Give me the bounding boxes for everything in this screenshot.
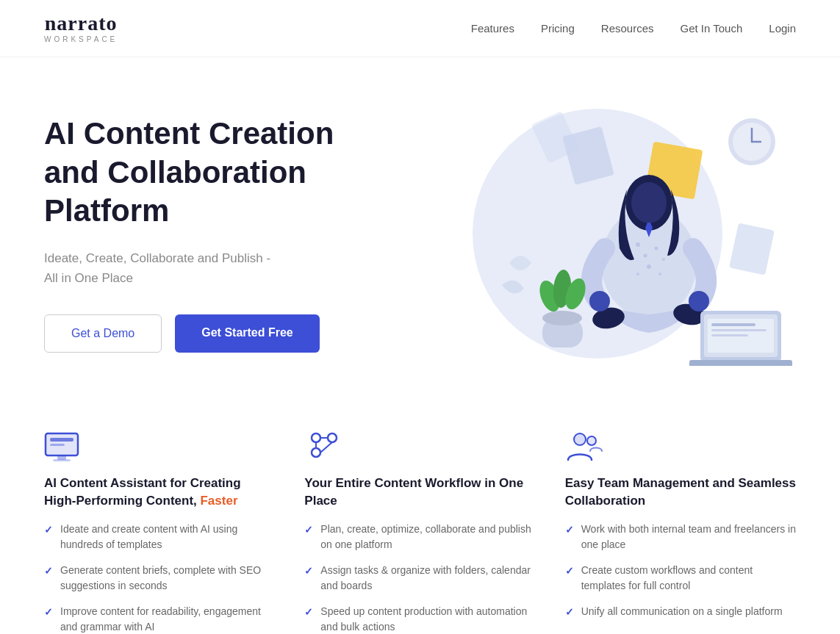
- workflow-icon: [304, 432, 344, 463]
- feature-ai-content: AI Content Assistant for Creating High-P…: [44, 432, 275, 634]
- nav-resources[interactable]: Resources: [601, 22, 654, 35]
- navigation: narrato WORKSPACE Features Pricing Resou…: [0, 0, 840, 57]
- feature-team-item-3: ✓ Unify all communication on a single pl…: [565, 604, 796, 620]
- hero-illustration: [428, 101, 796, 366]
- check-icon-6: ✓: [304, 605, 313, 620]
- nav-pricing[interactable]: Pricing: [541, 22, 575, 35]
- feature-team-list: ✓ Work with both internal team and freel…: [565, 522, 796, 620]
- check-icon-2: ✓: [44, 563, 53, 579]
- feature-ai-title: AI Content Assistant for Creating High-P…: [44, 475, 275, 510]
- check-icon-1: ✓: [44, 522, 53, 538]
- svg-rect-32: [711, 329, 767, 331]
- svg-line-47: [320, 442, 332, 453]
- svg-rect-38: [50, 438, 73, 442]
- check-icon-5: ✓: [304, 563, 313, 579]
- svg-point-10: [655, 247, 658, 251]
- hero-content: AI Content Creation and Collaboration Pl…: [44, 115, 397, 353]
- feature-workflow-item-1: ✓ Plan, create, optimize, collaborate an…: [304, 522, 535, 552]
- svg-point-24: [542, 311, 582, 325]
- feature-team-item-2: ✓ Create custom workflows and content te…: [565, 563, 796, 594]
- feature-ai-item-3: ✓ Improve content for readability, engag…: [44, 604, 275, 634]
- svg-point-13: [647, 264, 651, 269]
- svg-point-42: [328, 433, 337, 442]
- svg-point-15: [658, 273, 661, 275]
- hero-subtitle: Ideate, Create, Collaborate and Publish …: [44, 248, 397, 288]
- feature-workflow-item-3: ✓ Speed up content production with autom…: [304, 604, 535, 634]
- illustration-figure: [428, 101, 796, 366]
- svg-point-8: [636, 242, 640, 247]
- get-demo-button[interactable]: Get a Demo: [44, 314, 162, 353]
- hero-section: AI Content Creation and Collaboration Pl…: [0, 57, 840, 395]
- features-section: AI Content Assistant for Creating High-P…: [0, 395, 840, 634]
- svg-rect-31: [711, 323, 755, 326]
- check-icon-9: ✓: [565, 605, 574, 620]
- svg-point-14: [636, 273, 639, 275]
- svg-rect-34: [689, 360, 792, 366]
- feature-ai-item-2: ✓ Generate content briefs, complete with…: [44, 563, 275, 594]
- feature-ai-item-1: ✓ Ideate and create content with AI usin…: [44, 522, 275, 552]
- check-icon-7: ✓: [565, 522, 574, 538]
- svg-point-9: [644, 254, 647, 258]
- logo-sub: WORKSPACE: [44, 35, 118, 43]
- svg-point-43: [312, 433, 320, 442]
- svg-point-18: [631, 182, 667, 223]
- feature-team-title: Easy Team Management and Seamless Collab…: [565, 475, 796, 510]
- get-started-button[interactable]: Get Started Free: [175, 314, 319, 353]
- feature-team: Easy Team Management and Seamless Collab…: [565, 432, 796, 634]
- nav-get-in-touch[interactable]: Get In Touch: [681, 22, 743, 35]
- feature-ai-list: ✓ Ideate and create content with AI usin…: [44, 522, 275, 634]
- logo[interactable]: narrato WORKSPACE: [44, 13, 118, 43]
- hero-title: AI Content Creation and Collaboration Pl…: [44, 115, 397, 231]
- svg-point-12: [662, 258, 665, 261]
- svg-point-21: [589, 291, 610, 311]
- check-icon-4: ✓: [304, 522, 313, 538]
- nav-links: Features Pricing Resources Get In Touch …: [471, 22, 796, 35]
- feature-workflow-title: Your Entire Content Workflow in One Plac…: [304, 475, 535, 510]
- feature-workflow-item-2: ✓ Assign tasks & organize with folders, …: [304, 563, 535, 594]
- feature-team-item-1: ✓ Work with both internal team and freel…: [565, 522, 796, 552]
- feature-workflow-list: ✓ Plan, create, optimize, collaborate an…: [304, 522, 535, 634]
- svg-rect-35: [729, 223, 775, 275]
- check-icon-8: ✓: [565, 563, 574, 579]
- monitor-icon: [44, 432, 84, 463]
- logo-text: narrato: [45, 13, 118, 34]
- feature-workflow: Your Entire Content Workflow in One Plac…: [304, 432, 535, 634]
- svg-rect-39: [50, 444, 65, 446]
- team-icon: [565, 432, 605, 463]
- svg-rect-33: [711, 334, 748, 336]
- hero-buttons: Get a Demo Get Started Free: [44, 314, 397, 353]
- check-icon-3: ✓: [44, 605, 53, 620]
- nav-features[interactable]: Features: [471, 22, 514, 35]
- svg-point-44: [312, 448, 320, 457]
- svg-point-22: [689, 291, 709, 311]
- nav-login[interactable]: Login: [769, 22, 796, 35]
- feature-ai-highlight: Faster: [200, 494, 237, 508]
- svg-rect-41: [53, 459, 71, 461]
